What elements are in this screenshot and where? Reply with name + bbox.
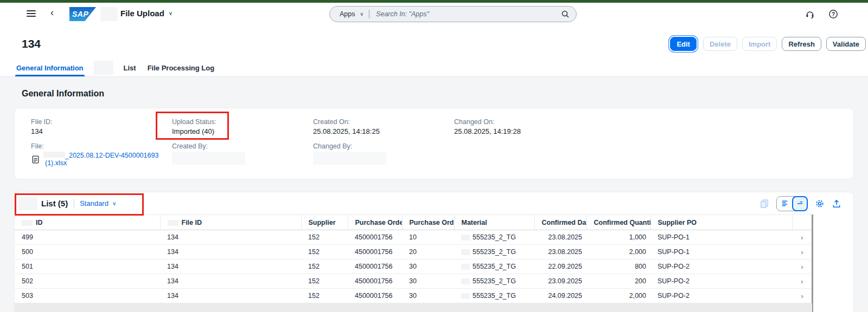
table-cell: SUP-PO-2 [650,259,792,274]
table-cell: 23.08.2025 [534,245,586,259]
column-header[interactable]: Supplier [301,215,348,230]
field-value: 25.08.2025, 14:18:25 [313,127,454,135]
tab-bar: General Information List File Processing… [0,59,868,77]
table-cell: 502 [15,274,160,289]
column-header[interactable]: Confirmed Date [534,215,586,230]
table-cell: SUP-PO-2 [650,274,792,289]
condensed-layout-button[interactable] [792,196,808,211]
search-placeholder: Search In: "Apps" [376,10,561,18]
tab-general-information[interactable]: General Information [15,59,85,76]
column-header[interactable]: Material [454,215,534,230]
row-navigation-chevron[interactable]: › [792,259,812,274]
table-cell: 10 [402,230,454,245]
page-content: General Information File ID: 134 Upload … [0,77,868,312]
column-header[interactable]: Purchase Ord... [402,215,454,230]
field-value: 134 [31,127,172,135]
list-card: List (5) Standard ∨ [15,192,853,312]
table-row[interactable]: 502134152450000175630555235_2_TG23.09.20… [15,274,812,289]
help-icon[interactable]: ? [828,9,838,19]
field-label: Changed By: [313,142,454,150]
vertical-scrollbar[interactable] [812,214,813,312]
field-changed-by: Changed By: [313,142,454,167]
menu-icon[interactable] [27,10,36,17]
attachment-file-icon [31,155,40,164]
table-row[interactable]: 503134152450000175630555235_2_TG24.09.20… [15,289,812,303]
table-cell: 2,000 [586,289,650,303]
field-label: File: [31,142,172,150]
table-cell: 200 [586,274,650,289]
table-cell: 555235_2_TG [454,274,534,289]
column-header[interactable]: File ID [160,215,301,230]
redacted-value [172,152,245,165]
refresh-button[interactable]: Refresh [782,37,821,51]
action-toolbar: Edit Delete Import Refresh Validate [668,37,866,51]
section-heading: General Information [22,89,104,99]
field-label: Upload Status: [172,118,313,126]
row-navigation-chevron[interactable]: › [792,289,812,303]
table-row[interactable]: 499134152450000175610555235_2_TG23.08.20… [15,230,812,245]
column-header[interactable]: Supplier PO [650,215,792,230]
chevron-down-icon[interactable]: ∨ [360,11,364,17]
redacted-text [461,278,470,284]
export-icon [832,199,840,209]
svg-text:?: ? [832,11,835,17]
divider [74,199,74,209]
edit-button[interactable]: Edit [670,37,697,51]
settings-gear-icon[interactable] [815,199,825,209]
column-header[interactable]: Purchase Order [348,215,402,230]
column-header[interactable]: ID [15,215,160,230]
column-header[interactable]: Confirmed Quantity [586,215,650,230]
table-row[interactable]: 500134152450000175620555235_2_TG23.08.20… [15,245,812,259]
tab-list[interactable]: List [123,59,137,76]
search-input[interactable]: Apps ∨ Search In: "Apps" [329,6,577,22]
import-button[interactable]: Import [742,37,777,51]
field-label: Created By: [172,142,313,150]
table-cell: 30 [402,289,454,303]
chevron-down-icon: ∨ [112,200,116,206]
table-cell: 501 [15,259,160,274]
validate-button[interactable]: Validate [826,37,866,51]
cozy-layout-button[interactable] [777,196,793,211]
table-cell: 152 [301,289,348,303]
search-icon[interactable] [561,10,570,18]
list-toolbar: List (5) Standard ∨ [15,192,853,214]
table-cell: 2,000 [586,245,650,259]
field-file-id: File ID: 134 [31,118,172,135]
field-label: Created On: [313,118,454,126]
back-icon[interactable]: ‹ [50,7,54,18]
field-label: File ID: [31,118,172,126]
redacted-text [461,264,470,270]
file-link[interactable]: _2025.08.12-DEV-4500001693 (1).xlsx [43,152,158,167]
headset-icon[interactable] [805,9,815,19]
tab-file-processing-log[interactable]: File Processing Log [146,59,216,76]
table-cell: 499 [15,230,160,245]
row-navigation-chevron[interactable]: › [792,230,812,245]
table-cell: 134 [160,274,301,289]
table-row[interactable]: 501134152450000175630555235_2_TG22.09.20… [15,259,812,274]
layout-segmented-control [776,196,808,211]
export-icon-clipped[interactable] [832,199,840,209]
variant-selector[interactable]: Standard ∨ [80,199,116,207]
sap-logo[interactable]: SAP [69,7,96,21]
field-value: Imported (40) [172,127,313,135]
search-scope[interactable]: Apps [340,10,355,18]
copy-icon[interactable] [760,199,769,209]
redacted-tab [94,61,113,75]
object-header: 134 Edit Delete Import Refresh Validate [0,25,868,59]
table-cell: 500 [15,245,160,259]
redacted-text [22,220,33,226]
list-title: List (5) [41,199,68,208]
table-cell: 134 [160,245,301,259]
app-title-menu[interactable]: File Upload ∨ [120,9,173,18]
horizontal-scrollbar[interactable] [15,303,812,312]
table-cell: 4500001756 [348,274,402,289]
table-cell: 555235_2_TG [454,230,534,245]
delete-button[interactable]: Delete [703,37,737,51]
field-value: 25.08.2025, 14:19:28 [454,127,595,135]
row-navigation-chevron[interactable]: › [792,245,812,259]
row-navigation-chevron[interactable]: › [792,274,812,289]
chevron-down-icon: ∨ [169,10,173,16]
table-cell: 23.09.2025 [534,274,586,289]
table-cell: 152 [301,245,348,259]
table-cell: 20 [402,245,454,259]
